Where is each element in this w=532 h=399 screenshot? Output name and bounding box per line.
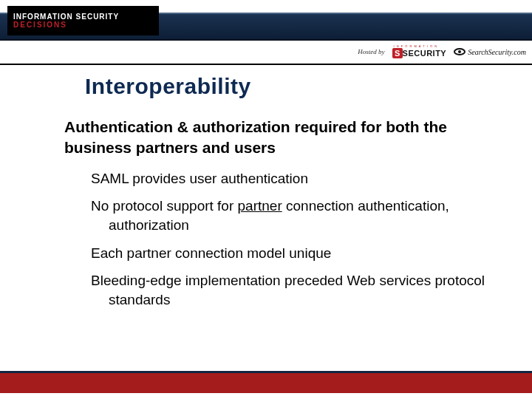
brand-red: DECISIONS: [13, 21, 67, 29]
brand-white: INFORMATION SECURITY: [13, 13, 119, 21]
information-security-logo: I N F O R M A T I O N S SECURITY: [392, 45, 447, 58]
bullet-underline: partner: [238, 198, 282, 214]
shield-s-icon: S: [392, 48, 403, 58]
hosted-by-row: Hosted by I N F O R M A T I O N S SECURI…: [358, 43, 526, 61]
footer-bar: [0, 371, 532, 393]
bullet-item: SAML provides user authentication: [91, 169, 502, 188]
slide-title: Interoperability: [85, 74, 502, 99]
searchsecurity-logo: SearchSecurity.com: [454, 48, 526, 56]
logo-security-text: SECURITY: [403, 50, 447, 58]
bullet-item: No protocol support for partner connecti…: [91, 197, 502, 234]
hosted-by-label: Hosted by: [358, 48, 384, 55]
header-divider: [0, 64, 532, 65]
bullet-text: SAML provides user authentication: [91, 171, 308, 186]
bullet-item: Bleeding-edge implementation preceded We…: [91, 271, 502, 309]
bullet-text: Each partner connection model unique: [91, 245, 331, 261]
lead-text: Authentication & authorization required …: [64, 117, 502, 159]
logo-searchsec-text: SearchSecurity.com: [468, 48, 526, 56]
brand-text: INFORMATION SECURITY DECISIONS: [13, 13, 153, 29]
slide: INFORMATION SECURITY DECISIONS Hosted by…: [0, 0, 532, 399]
bullet-text: Bleeding-edge implementation preceded We…: [91, 273, 485, 307]
bullet-item: Each partner connection model unique: [91, 244, 502, 263]
brand-badge: INFORMATION SECURITY DECISIONS: [7, 6, 159, 35]
bullet-list: SAML provides user authentication No pro…: [91, 169, 502, 310]
content-area: Interoperability Authentication & author…: [0, 68, 532, 318]
bullet-text: No protocol support for: [91, 198, 238, 214]
eye-icon: [454, 48, 466, 55]
